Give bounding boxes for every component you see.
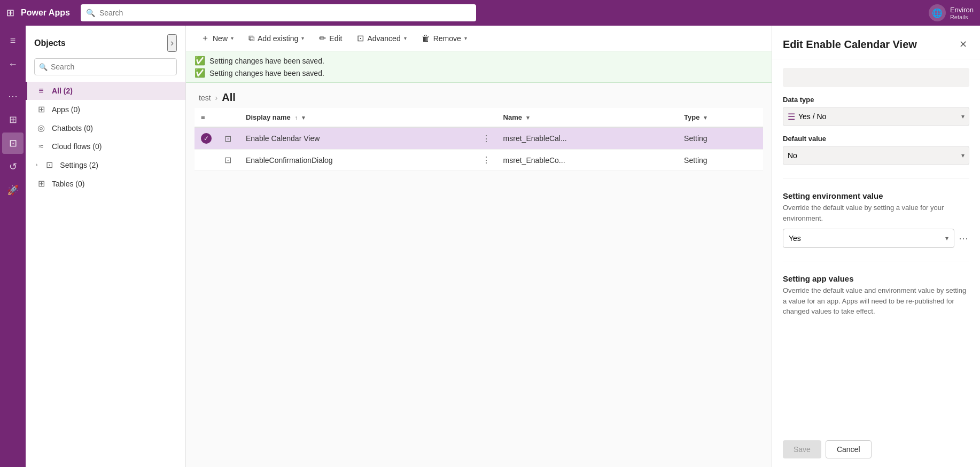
edit-panel: Edit Enable Calendar View ✕ Data type ☰ … — [772, 26, 980, 467]
sidebar-item-apps[interactable]: ⊞ Apps (0) — [26, 100, 185, 119]
objects-search-icon: 🔍 — [39, 63, 48, 71]
rail-history-icon[interactable]: ↺ — [2, 156, 24, 177]
row-more-1[interactable]: ⋮ — [476, 127, 497, 150]
row-check-1[interactable]: ✓ — [195, 127, 218, 150]
environment-icon[interactable]: 🌐 — [929, 4, 946, 21]
col-header-icon — [218, 108, 239, 127]
env-name: Environ Retails — [950, 6, 974, 20]
advanced-icon: ⊡ — [357, 33, 364, 43]
env-value-select[interactable]: Yes ▾ — [783, 229, 954, 248]
setting-app-title: Setting app values — [783, 274, 969, 283]
setting-env-desc: Override the default value by setting a … — [783, 203, 969, 223]
row-display-name-2[interactable]: EnableConfirmationDialog — [239, 150, 476, 171]
type-filter-icon[interactable]: ▾ — [704, 114, 707, 121]
topbar-search-box[interactable]: 🔍 — [81, 4, 476, 21]
breadcrumb-separator: › — [215, 94, 218, 102]
objects-search-input[interactable] — [51, 63, 172, 71]
name-input — [783, 68, 969, 87]
rail-dots-icon[interactable]: ⋯ — [2, 85, 24, 107]
sidebar-item-all[interactable]: ≡ All (2) — [26, 82, 185, 100]
row-name-2: msret_EnableCo... — [497, 150, 678, 171]
new-chevron-icon: ▾ — [231, 35, 234, 41]
row-more-2[interactable]: ⋮ — [476, 150, 497, 171]
name-field-group — [783, 68, 969, 87]
topbar-right: 🌐 Environ Retails — [929, 4, 974, 21]
sidebar-item-label: Chatbots (0) — [52, 124, 93, 133]
row-type-1: Setting — [678, 127, 763, 150]
collapse-button[interactable]: › — [167, 34, 177, 52]
sidebar-item-cloud-flows[interactable]: ≈ Cloud flows (0) — [26, 137, 185, 155]
sidebar-item-settings[interactable]: › ⊡ Settings (2) — [26, 155, 185, 174]
search-input[interactable] — [99, 9, 471, 17]
remove-button[interactable]: 🗑 Remove ▾ — [415, 30, 473, 46]
edit-panel-header: Edit Enable Calendar View ✕ — [772, 26, 980, 59]
objects-title: Objects — [34, 38, 66, 48]
grid-icon[interactable]: ⊞ — [6, 7, 14, 19]
default-value-group: Default value No ▾ — [783, 135, 969, 165]
setting-app-group: Setting app values Override the default … — [783, 274, 969, 322]
save-button[interactable]: Save — [783, 440, 821, 458]
name-filter-icon[interactable]: ▾ — [526, 114, 530, 121]
filter-icon[interactable]: ▾ — [302, 114, 305, 121]
data-type-select[interactable]: ☰ Yes / No ▾ — [783, 107, 969, 126]
sidebar-item-chatbots[interactable]: ◎ Chatbots (0) — [26, 119, 185, 137]
sidebar-item-label: Cloud flows (0) — [52, 142, 102, 151]
trash-icon: 🗑 — [422, 34, 430, 43]
main-layout: ≡ ← ⋯ ⊞ ⊡ ↺ 🚀 Objects › 🔍 ≡ All (2) ⊞ Ap… — [0, 26, 980, 467]
col-header-menu — [476, 108, 497, 127]
col-header-name[interactable]: Name ▾ — [497, 108, 678, 127]
table-row[interactable]: ⊡ EnableConfirmationDialog ⋮ msret_Enabl… — [195, 150, 763, 171]
plus-icon: ＋ — [201, 33, 209, 44]
setting-env-group: Setting environment value Override the d… — [783, 191, 969, 248]
cloud-flows-icon: ≈ — [36, 142, 46, 151]
rail-table-icon[interactable]: ⊞ — [2, 109, 24, 130]
rail-flows-icon[interactable]: ⊡ — [2, 133, 24, 154]
objects-search-box[interactable]: 🔍 — [34, 58, 177, 75]
row-type-2: Setting — [678, 150, 763, 171]
row-icon-1: ⊡ — [218, 127, 239, 150]
more-menu-icon-2[interactable]: ⋮ — [482, 155, 491, 165]
left-rail: ≡ ← ⋯ ⊞ ⊡ ↺ 🚀 — [0, 26, 26, 467]
row-type-icon: ⊡ — [224, 134, 231, 143]
row-check-2[interactable] — [195, 150, 218, 171]
divider-2 — [783, 261, 969, 261]
sidebar-item-tables[interactable]: ⊞ Tables (0) — [26, 174, 185, 193]
data-type-group: Data type ☰ Yes / No ▾ — [783, 96, 969, 126]
row-type-icon-2: ⊡ — [224, 155, 231, 165]
cancel-button[interactable]: Cancel — [826, 440, 872, 458]
env-select-chevron-icon: ▾ — [945, 235, 948, 242]
close-button[interactable]: ✕ — [957, 36, 969, 52]
notification-text-2: Setting changes have been saved. — [209, 69, 324, 77]
advanced-button[interactable]: ⊡ Advanced ▾ — [351, 30, 413, 46]
rail-rocket-icon[interactable]: 🚀 — [2, 180, 24, 201]
col-header-display-name[interactable]: Display name ↑ ▾ — [239, 108, 476, 127]
topbar: ⊞ Power Apps 🔍 🌐 Environ Retails — [0, 0, 980, 26]
apps-icon: ⊞ — [36, 104, 46, 114]
select-all-icon[interactable]: ≡ — [201, 113, 205, 121]
tables-icon: ⊞ — [36, 178, 46, 189]
add-existing-chevron-icon: ▾ — [301, 35, 304, 41]
more-menu-icon[interactable]: ⋮ — [482, 134, 491, 143]
notification-1: ✅ Setting changes have been saved. — [195, 56, 763, 66]
search-icon: 🔍 — [86, 9, 95, 17]
col-header-type[interactable]: Type ▾ — [678, 108, 763, 127]
default-value-text: No — [788, 151, 797, 160]
row-display-name-1[interactable]: Enable Calendar View — [239, 127, 476, 150]
rail-collapse-icon[interactable]: ≡ — [2, 30, 24, 51]
default-value-select[interactable]: No ▾ — [783, 146, 969, 165]
env-more-button[interactable]: ⋯ — [959, 232, 969, 244]
rail-back-icon[interactable]: ← — [2, 53, 24, 75]
divider-1 — [783, 178, 969, 178]
settings-icon: ⊡ — [44, 160, 55, 170]
notification-text-1: Setting changes have been saved. — [209, 57, 324, 65]
objects-nav: ≡ All (2) ⊞ Apps (0) ◎ Chatbots (0) ≈ Cl… — [26, 82, 185, 193]
all-icon: ≡ — [36, 86, 46, 96]
breadcrumb-parent[interactable]: test — [199, 94, 211, 102]
default-value-chevron-icon: ▾ — [961, 152, 965, 159]
table-row[interactable]: ✓ ⊡ Enable Calendar View ⋮ msret_EnableC… — [195, 127, 763, 150]
add-existing-button[interactable]: ⧉ Add existing ▾ — [242, 30, 310, 46]
new-button[interactable]: ＋ New ▾ — [195, 29, 240, 47]
content-area: ＋ New ▾ ⧉ Add existing ▾ ✏ Edit ⊡ Advanc… — [186, 26, 772, 467]
edit-button[interactable]: ✏ Edit — [313, 30, 348, 46]
edit-panel-title: Edit Enable Calendar View — [783, 38, 917, 51]
